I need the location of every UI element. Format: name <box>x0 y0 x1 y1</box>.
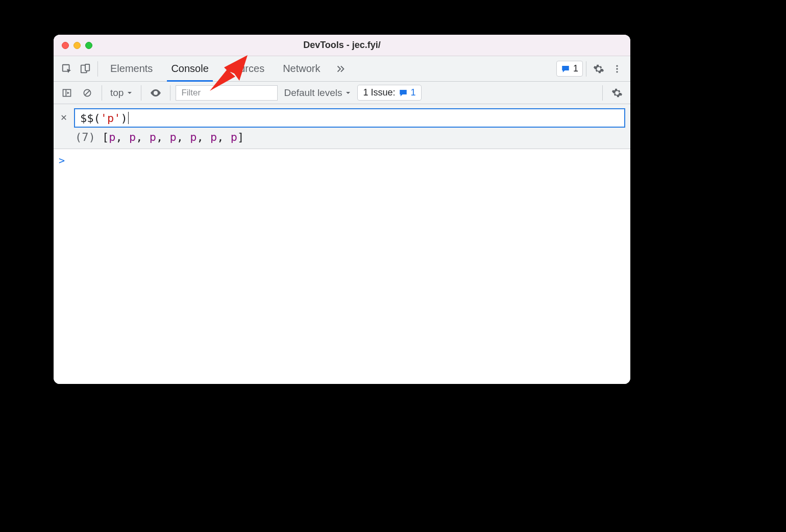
chevron-double-right-icon <box>335 63 346 75</box>
window-minimize-button[interactable] <box>73 42 81 49</box>
tab-console[interactable]: Console <box>162 56 217 81</box>
device-toggle-icon[interactable] <box>76 60 94 78</box>
chevron-down-icon <box>127 90 133 96</box>
divider <box>170 85 170 101</box>
clear-console-icon[interactable] <box>78 84 96 102</box>
issues-label: 1 Issue: <box>363 87 395 98</box>
preview-element[interactable]: p <box>150 131 156 143</box>
filter-input[interactable] <box>176 85 278 101</box>
divider <box>586 61 586 77</box>
panel-tabs: Elements Console Sources Network <box>101 56 351 81</box>
svg-point-3 <box>616 65 618 66</box>
divider <box>97 61 98 77</box>
preview-element[interactable]: p <box>210 131 217 143</box>
token-paren-close: ) <box>121 112 128 125</box>
preview-separator: , <box>197 131 211 143</box>
preview-close-bracket: ] <box>237 131 244 143</box>
inspect-element-icon[interactable] <box>58 60 76 78</box>
prompt-chevron: > <box>59 154 65 166</box>
preview-separator: , <box>116 131 130 143</box>
chevron-down-icon <box>345 90 351 96</box>
svg-line-10 <box>85 90 89 94</box>
console-toolbar: top Default levels 1 Issue: 1 <box>54 82 630 104</box>
titlebar: DevTools - jec.fyi/ <box>54 35 630 56</box>
token-paren-open: ( <box>94 112 101 125</box>
message-icon <box>561 64 570 74</box>
preview-separator: , <box>156 131 170 143</box>
log-levels-selector[interactable]: Default levels <box>280 87 355 99</box>
divider <box>141 85 141 101</box>
message-icon <box>399 88 408 98</box>
settings-icon[interactable] <box>590 60 608 78</box>
svg-rect-2 <box>85 64 89 70</box>
tab-sources[interactable]: Sources <box>218 56 274 81</box>
divider <box>602 85 603 101</box>
messages-chip[interactable]: 1 <box>556 61 583 77</box>
window-controls <box>62 42 92 49</box>
tabs-overflow-button[interactable] <box>330 56 351 81</box>
console-sidebar-toggle-icon[interactable] <box>58 84 76 102</box>
messages-count: 1 <box>573 63 578 74</box>
live-expression-eye-icon[interactable] <box>146 84 165 102</box>
preview-length: (7) <box>75 131 95 143</box>
context-selector[interactable]: top <box>107 86 136 100</box>
console-prompt[interactable]: > <box>59 154 625 166</box>
window-zoom-button[interactable] <box>85 42 92 49</box>
preview-open-bracket: [ <box>102 131 109 143</box>
close-expression-button[interactable]: ✕ <box>59 108 69 126</box>
preview-element[interactable]: p <box>129 131 136 143</box>
preview-element[interactable]: p <box>170 131 177 143</box>
expression-input[interactable]: $$('p') <box>74 108 625 128</box>
text-cursor <box>128 112 129 124</box>
window-title: DevTools - jec.fyi/ <box>54 40 630 51</box>
window-close-button[interactable] <box>62 42 69 49</box>
eager-eval-section: ✕ $$('p') (7) [p, p, p, p, p, p, p] <box>54 104 630 149</box>
more-menu-icon[interactable] <box>608 60 626 78</box>
preview-element[interactable]: p <box>190 131 196 143</box>
svg-marker-8 <box>67 91 69 94</box>
preview-element[interactable]: p <box>231 131 237 143</box>
tab-network[interactable]: Network <box>274 56 329 81</box>
console-settings-icon[interactable] <box>608 84 626 102</box>
tab-elements[interactable]: Elements <box>101 56 162 81</box>
issues-chip[interactable]: 1 Issue: 1 <box>357 85 421 101</box>
svg-point-5 <box>616 71 618 72</box>
main-toolbar: Elements Console Sources Network 1 <box>54 56 630 82</box>
preview-element[interactable]: p <box>109 131 115 143</box>
devtools-window: DevTools - jec.fyi/ Elements Console Sou… <box>54 35 630 384</box>
svg-point-4 <box>616 68 618 69</box>
svg-rect-6 <box>63 89 71 96</box>
console-output[interactable]: > <box>54 149 630 384</box>
toolbar-left-group <box>58 60 94 78</box>
log-levels-label: Default levels <box>284 87 342 99</box>
issues-count: 1 <box>411 87 416 98</box>
token-string: 'p' <box>101 112 121 125</box>
divider <box>102 85 102 101</box>
context-value: top <box>110 87 124 99</box>
eager-eval-preview: (7) [p, p, p, p, p, p, p] <box>75 131 625 143</box>
preview-separator: , <box>217 131 231 143</box>
svg-point-11 <box>155 92 157 94</box>
preview-separator: , <box>136 131 150 143</box>
preview-separator: , <box>177 131 190 143</box>
token-function: $$ <box>80 112 94 125</box>
